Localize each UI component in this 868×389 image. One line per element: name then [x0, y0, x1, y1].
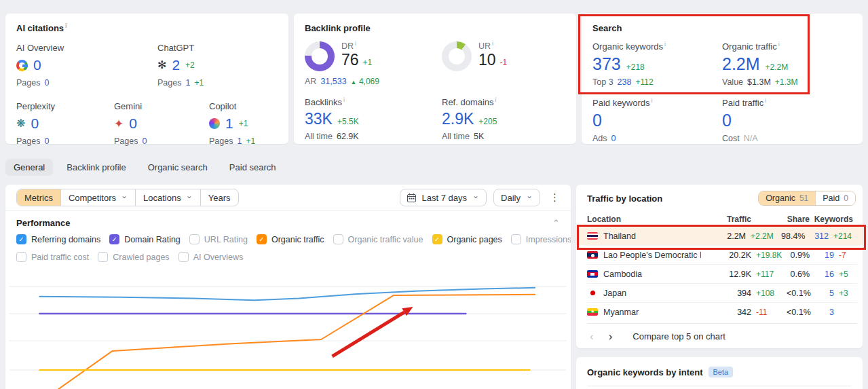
metric-toggle-impressions[interactable]: Impressions [511, 234, 571, 244]
metrics-segment[interactable]: Metrics [17, 189, 61, 206]
toggle-organic[interactable]: Organic51 [759, 191, 815, 205]
tab-paid-search[interactable]: Paid search [221, 159, 284, 176]
metric-toggle-paid-traffic-cost[interactable]: Paid traffic cost [16, 252, 89, 262]
ai-citation-gemini: Gemini ✦0 Pages0 [114, 101, 209, 146]
prev-page-icon[interactable]: ‹ [587, 331, 597, 342]
performance-chart [10, 268, 566, 389]
years-segment[interactable]: Years [201, 189, 238, 206]
traffic-delta: +2.2M [746, 231, 781, 241]
traffic-delta: -11 [751, 308, 787, 317]
performance-title: Performance [16, 218, 70, 228]
checkbox-icon: ✓ [109, 234, 119, 244]
ai-citation-chatgpt: ChatGPT ✻2+2 Pages1+1 [157, 43, 204, 88]
info-icon: i [765, 97, 766, 104]
metric-toggle-ai-overviews[interactable]: AI Overviews [178, 252, 244, 262]
info-icon: i [355, 40, 356, 47]
info-icon: i [652, 97, 653, 104]
traffic-delta: +108 [751, 289, 787, 298]
metric-toggle-referring-domains[interactable]: ✓Referring domains [16, 234, 100, 244]
backlinks-value[interactable]: 33K [305, 110, 333, 128]
chevron-down-icon: ⌄ [121, 193, 128, 198]
annotation-arrow-shaft [333, 312, 404, 356]
ai-citation-perplexity: Perplexity ❋0 Pages0 [16, 101, 114, 146]
ai-overview-count[interactable]: 0 [33, 57, 41, 73]
organic-traffic-block: Organic traffici 2.2M+2.2M Value$1.3M+1.… [722, 41, 852, 87]
paid-keywords-value[interactable]: 0 [592, 111, 602, 130]
metric-toggle-organic-traffic[interactable]: ✓Organic traffic [257, 234, 324, 244]
chatgpt-count[interactable]: 2 [172, 57, 180, 73]
metric-toggle-url-rating[interactable]: URL Rating [189, 234, 248, 244]
kh-flag-icon [587, 270, 598, 278]
info-icon: i [343, 96, 345, 103]
traffic-by-location-title: Traffic by location [587, 193, 662, 204]
tab-backlink-profile[interactable]: Backlink profile [58, 159, 134, 176]
location-cell: Japan [587, 289, 701, 298]
metric-toggle-domain-rating[interactable]: ✓Domain Rating [109, 234, 181, 244]
metric-toggle-organic-traffic-value[interactable]: Organic traffic value [333, 234, 423, 244]
info-icon: i [664, 41, 666, 48]
line-chart-svg [10, 268, 566, 389]
ahrefs-dashboard: { "icons": { "info": "i", "chevron_down"… [0, 0, 868, 389]
th-flag-icon [587, 232, 598, 240]
traffic-delta: +117 [751, 270, 787, 279]
traffic-row-cambodia[interactable]: Cambodia12.9K+1170.6%16+5 [587, 264, 857, 283]
granularity-button[interactable]: Daily⌄ [493, 189, 540, 206]
metric-label: URL Rating [204, 235, 248, 244]
jp-flag-icon [587, 289, 598, 297]
date-range-button[interactable]: Last 7 days⌄ [400, 189, 487, 206]
locations-segment[interactable]: Locations⌄ [136, 189, 201, 206]
location-name: Lao People's Democratic Reput [603, 251, 701, 260]
metric-label: Impressions [526, 235, 571, 244]
metric-toggle-crawled-pages[interactable]: Crawled pages [98, 252, 169, 262]
metric-toggles-row-2: Paid traffic costCrawled pagesAI Overvie… [16, 252, 564, 262]
keywords-value[interactable]: 5 [810, 289, 834, 298]
organic-keywords-value[interactable]: 373 [592, 54, 621, 74]
competitors-segment[interactable]: Competitors⌄ [61, 189, 136, 206]
tab-organic-search[interactable]: Organic search [140, 159, 216, 176]
share-value: 0.9% [787, 251, 810, 260]
calendar-icon [407, 193, 416, 202]
copilot-count[interactable]: 1 [225, 115, 233, 132]
traffic-row-thailand[interactable]: Thailand2.2M+2.2M98.4%312+214 [576, 226, 863, 245]
collapse-chevron-up-icon[interactable]: ⌃ [552, 219, 560, 227]
more-options-kebab-icon[interactable]: ⋮ [547, 191, 563, 204]
keywords-value[interactable]: 19 [810, 251, 834, 260]
compare-top5-link[interactable]: Compare top 5 on chart [633, 331, 725, 341]
traffic-row-japan[interactable]: Japan394+108<0.1%5+3 [587, 283, 857, 302]
organic-traffic-value[interactable]: 2.2M [722, 54, 760, 74]
next-page-icon[interactable]: › [606, 331, 616, 342]
traffic-row-lao-people-s-democratic-reput[interactable]: Lao People's Democratic Reput20.2K+19.8K… [587, 245, 857, 264]
metric-label: Domain Rating [124, 235, 181, 244]
location-cell: Lao People's Democratic Reput [587, 251, 701, 260]
perplexity-count[interactable]: 0 [31, 115, 39, 132]
ai-citations-card: AI citationsi AI Overview 0 Pages0 ChatG… [5, 14, 288, 144]
ai-citation-ai-overview: AI Overview 0 Pages0 [16, 43, 157, 88]
traffic-value: 342 [701, 308, 751, 317]
ai-citations-title: AI citationsi [16, 23, 278, 33]
location-name: Myanmar [603, 308, 639, 317]
tab-general[interactable]: General [5, 159, 53, 176]
metric-toggle-organic-pages[interactable]: ✓Organic pages [432, 234, 502, 244]
paid-traffic-value[interactable]: 0 [722, 111, 732, 130]
series-organic-traffic [55, 295, 535, 389]
dr-donut-chart [305, 41, 335, 71]
keywords-value[interactable]: 3 [810, 308, 834, 317]
keywords-delta: +214 [829, 231, 852, 241]
toggle-paid[interactable]: Paid0 [815, 191, 855, 205]
checkbox-icon [511, 234, 521, 244]
mm-flag-icon [587, 308, 598, 316]
traffic-delta: +19.8K [751, 251, 787, 260]
traffic-table-footer: ‹ › Compare top 5 on chart [587, 323, 857, 348]
location-name: Cambodia [603, 270, 642, 279]
ref-domains-block: Ref. domainsi 2.9K+205 All time5K [442, 97, 565, 141]
info-icon: i [778, 41, 780, 48]
location-name: Japan [603, 289, 626, 298]
copilot-icon [209, 118, 220, 129]
ref-domains-value[interactable]: 2.9K [442, 110, 474, 128]
traffic-row-myanmar[interactable]: Myanmar342-11<0.1%3 [587, 302, 857, 321]
gemini-count[interactable]: 0 [129, 115, 137, 132]
checkbox-icon: ✓ [16, 234, 26, 244]
keywords-value[interactable]: 312 [804, 231, 829, 241]
traffic-value: 12.9K [701, 270, 751, 279]
keywords-value[interactable]: 16 [810, 270, 834, 279]
